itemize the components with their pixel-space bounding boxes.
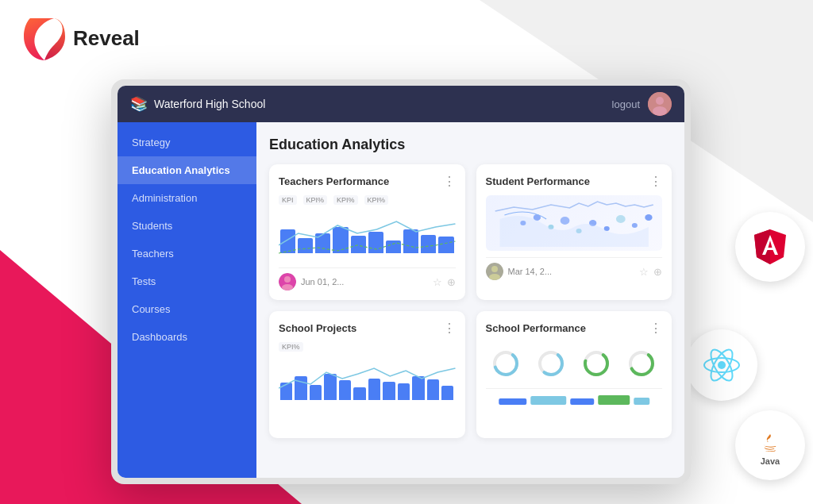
logout-button[interactable]: logout [612,98,640,110]
laptop-container: 📚 Waterford High School logout Strategy … [111,79,691,484]
main-layout: Strategy Education Analytics Administrat… [118,122,684,478]
students-avatar [486,263,503,280]
svg-point-21 [615,215,625,223]
school-icon: 📚 [130,95,148,113]
laptop-screen: 📚 Waterford High School logout Strategy … [118,86,684,478]
card-title-teachers: Teachers Performance [279,175,389,187]
svg-rect-36 [530,396,566,405]
sidebar-item-students[interactable]: Students [118,212,256,240]
card-menu-students[interactable]: ⋮ [649,174,662,189]
card-menu-projects[interactable]: ⋮ [443,321,456,336]
gauge-circle-2 [536,348,566,379]
angular-icon [750,227,790,267]
svg-rect-39 [634,398,649,405]
students-star[interactable]: ☆ [639,266,649,278]
projects-line-chart [279,356,456,408]
students-date: Mar 14, 2... [508,267,635,276]
school-projects-card: School Projects ⋮ KPI% [269,311,465,438]
page-title: Education Analytics [269,137,672,153]
svg-point-4 [718,361,726,369]
cards-grid: Teachers Performance ⋮ KPI KPI% KPI% KPI… [269,164,672,438]
teachers-star[interactable]: ☆ [433,276,442,288]
svg-point-9 [656,97,664,105]
react-tech-badge [686,329,757,401]
svg-point-13 [282,284,293,290]
school-performance-card: School Performance ⋮ [476,311,672,438]
teachers-line-chart [279,210,456,261]
sidebar-item-dashboards[interactable]: Dashboards [118,323,256,351]
topbar: 📚 Waterford High School logout [118,86,684,122]
school-projects-chart [279,356,456,408]
svg-point-10 [653,106,667,116]
teachers-share[interactable]: ⊕ [447,276,456,288]
performance-bar-chart [486,392,663,408]
gauge-4 [626,348,657,379]
react-icon [698,341,746,389]
java-label: Java [761,456,780,466]
kpi-row-projects: KPI% [279,342,456,352]
student-chart-svg [486,195,663,251]
content-area: Education Analytics Teachers Performance… [256,122,684,478]
card-header-performance: School Performance ⋮ [486,321,663,336]
java-tech-badge: Java [735,410,805,480]
sidebar-item-strategy[interactable]: Strategy [118,129,256,156]
card-menu-teachers[interactable]: ⋮ [443,174,456,189]
gauge-2 [536,348,566,379]
java-icon [754,425,786,456]
card-title-projects: School Projects [279,322,356,334]
card-footer-teachers: Jun 01, 2... ☆ ⊕ [279,267,456,290]
sidebar-item-administration[interactable]: Administration [118,184,256,212]
card-menu-performance[interactable]: ⋮ [649,321,662,336]
kpi-label-projects-1: KPI% [279,342,303,352]
svg-point-17 [560,217,569,225]
svg-point-23 [645,214,652,221]
logo-text: Reveal [73,26,140,51]
kpi-row-teachers: KPI KPI% KPI% KPI% [279,195,456,205]
logo-area: Reveal [24,14,140,62]
card-header-projects: School Projects ⋮ [279,321,456,336]
reveal-logo-icon [24,14,65,62]
kpi-label-3: KPI% [333,195,358,205]
sidebar-item-courses[interactable]: Courses [118,295,256,323]
gauge-circle-1 [491,348,521,379]
card-title-students: Student Performance [486,175,590,187]
students-share[interactable]: ⊕ [653,266,662,278]
gauges-row [486,342,663,385]
sidebar-item-teachers[interactable]: Teachers [118,240,256,267]
gauge-1 [491,348,521,379]
kpi-label-2: KPI% [303,195,328,205]
sidebar: Strategy Education Analytics Administrat… [118,122,256,478]
svg-rect-38 [598,395,630,405]
angular-tech-badge [735,212,805,282]
svg-rect-35 [499,398,526,405]
student-chart [486,195,663,251]
teachers-performance-card: Teachers Performance ⋮ KPI KPI% KPI% KPI… [269,164,465,300]
kpi-label-4: KPI% [364,195,389,205]
gauge-3 [581,348,611,379]
sidebar-item-education-analytics[interactable]: Education Analytics [118,156,256,184]
gauge-circle-3 [581,348,611,379]
school-name: Waterford High School [154,98,612,110]
teachers-date: Jun 01, 2... [301,277,428,287]
svg-point-22 [631,223,637,228]
student-performance-card: Student Performance ⋮ [476,164,672,300]
svg-rect-37 [570,398,594,405]
card-footer-students: Mar 14, 2... ☆ ⊕ [486,257,663,280]
card-header-students: Student Performance ⋮ [486,174,663,189]
svg-point-12 [284,276,291,283]
teachers-avatar [279,273,296,290]
card-title-performance: School Performance [486,322,586,334]
card-header-teachers: Teachers Performance ⋮ [279,174,456,189]
sidebar-item-tests[interactable]: Tests [118,267,256,295]
svg-point-26 [489,274,500,280]
user-avatar [648,92,672,116]
gauge-circle-4 [626,348,657,379]
kpi-label-1: KPI [279,195,297,205]
teachers-chart [279,210,456,261]
svg-point-25 [491,266,498,272]
